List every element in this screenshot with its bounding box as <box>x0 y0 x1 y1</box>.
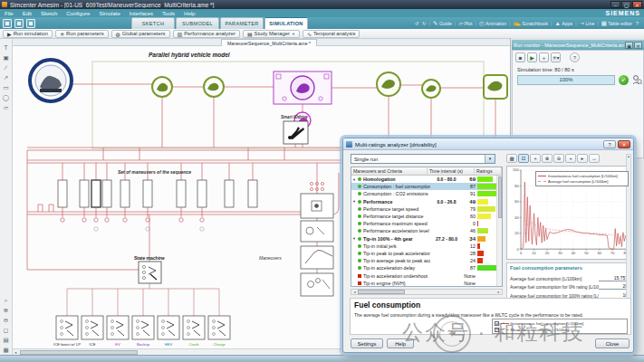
table-row[interactable]: ▼Performance0.0 - 26.849 <box>351 198 502 205</box>
scroll-left-icon[interactable]: ◂ <box>351 290 358 294</box>
table-row[interactable]: Tip-in initial jerk12 <box>351 243 502 250</box>
driver-component[interactable] <box>152 77 172 97</box>
table-row[interactable]: Tip-in average peak to peak acc.24 <box>351 257 502 264</box>
smart-drive-block[interactable] <box>284 121 308 144</box>
undock-icon[interactable]: ▣ <box>625 42 633 49</box>
run-simulation-button[interactable]: ▶Run simulation <box>3 30 53 38</box>
expander-icon[interactable]: ▼ <box>351 199 357 204</box>
document-tab[interactable]: ManeuverSequence_MultiCriteria.ame * <box>221 39 317 46</box>
performance-analyzer-button[interactable]: ▥Performance analyzer <box>173 30 240 38</box>
scroll-right-icon[interactable]: ▸ <box>495 290 502 294</box>
transmission-component[interactable] <box>377 72 400 96</box>
tool-plot[interactable]: ▱Plot <box>458 20 472 27</box>
parameter-value[interactable]: 15.757 <box>599 275 628 281</box>
global-parameters-button[interactable]: ◍Global parameters <box>111 30 170 38</box>
table-row[interactable]: Performance acceleration level46 <box>351 227 502 234</box>
supervisor-logo-component[interactable] <box>30 60 72 101</box>
expander-icon[interactable]: ▼ <box>351 177 357 182</box>
scroll-up-icon[interactable]: ▲ <box>627 155 630 158</box>
table-row[interactable]: ▼Homologation0.0 - 80.069 <box>351 176 502 183</box>
minimize-button[interactable]: – <box>610 1 620 8</box>
maximize-button[interactable]: ▢ <box>621 1 631 8</box>
settings-button[interactable]: Settings <box>351 338 383 348</box>
menu-simulate[interactable]: Simulate <box>94 11 124 16</box>
arrow-tool[interactable]: ↗ <box>1 72 11 82</box>
tool-animation[interactable]: ◴Animation <box>479 20 506 27</box>
dialog-titlebar[interactable]: Multi-ratings analyzer [drivability] ? ✕ <box>343 138 633 150</box>
close-button[interactable]: ✕ <box>632 1 642 8</box>
header-maneuvers[interactable]: Maneuvers and Criteria <box>351 167 428 175</box>
help-button[interactable]: Help <box>387 338 414 348</box>
tool-apps[interactable]: ▲Apps <box>554 20 572 26</box>
parameter-value[interactable]: 20 <box>599 283 628 290</box>
tab-simulation[interactable]: SIMULATION <box>264 17 308 29</box>
tool-table-editor[interactable]: ▦Table editor <box>601 20 632 27</box>
rectangle-tool[interactable]: ▭ <box>1 82 11 92</box>
table-row[interactable]: Tip-in acceleration undershootNone <box>351 272 502 279</box>
scroll-thumb[interactable] <box>20 350 138 355</box>
table-row[interactable]: Performance maximum speed0 <box>351 220 502 227</box>
tool-guide[interactable]: ✎Guide <box>433 20 452 27</box>
state-box[interactable]: ICE boost w/ LP <box>53 316 81 347</box>
state-box[interactable]: EV <box>107 316 129 347</box>
zoom-search-tool[interactable]: ⌕ <box>1 295 11 305</box>
tool-line[interactable]: ➝Line <box>580 20 595 27</box>
table-row[interactable]: Tip-in engine (NVH)None <box>351 280 502 287</box>
zoom-in-icon[interactable]: ⊕ <box>542 154 553 163</box>
redo-icon[interactable]: ↻ <box>422 21 426 26</box>
state-machine-root[interactable] <box>139 262 161 283</box>
grid-tool[interactable]: ▦ <box>1 345 11 355</box>
maneuver-blocks[interactable] <box>58 180 257 207</box>
checkbox-checked[interactable]: ✓ <box>495 321 499 326</box>
table-row[interactable]: Tip-in peak to peak acceleration28 <box>351 250 502 257</box>
driveline-component[interactable] <box>422 80 440 98</box>
fit-icon[interactable]: ↔ <box>589 154 600 163</box>
ratings-table-header[interactable]: Maneuvers and Criteria Time interval (s)… <box>351 167 502 176</box>
menu-file[interactable]: File <box>0 11 18 16</box>
close-panel-icon[interactable]: ✕ <box>634 42 642 49</box>
new-file-icon[interactable] <box>3 19 12 28</box>
zoom-in-tool[interactable]: ⊕ <box>1 305 11 315</box>
pan-icon[interactable]: + <box>565 154 576 163</box>
ellipse-tool[interactable]: ◯ <box>1 92 11 102</box>
temporal-analysis-button[interactable]: ∿Temporal analysis <box>303 30 360 38</box>
start-run-button[interactable]: ▶ <box>527 52 537 62</box>
copy-plot-icon[interactable]: ▦ <box>506 154 517 163</box>
run-help-button[interactable]: ? <box>570 52 580 62</box>
add-cursor-icon[interactable]: ▸ <box>577 154 588 163</box>
tool-scratchbook[interactable]: ✍Scratchbook <box>514 20 548 27</box>
dialog-help-icon[interactable]: ? <box>603 140 616 148</box>
menu-sketch[interactable]: Sketch <box>36 11 62 16</box>
study-manager-button[interactable]: ▤Study Manager▼ <box>243 30 300 38</box>
undo-icon[interactable]: ↺ <box>415 21 418 26</box>
line-tool[interactable]: ∕ <box>1 62 11 72</box>
zoom-region-tool[interactable]: ◻ <box>1 325 11 335</box>
header-time-interval[interactable]: Time interval (s) <box>428 167 475 175</box>
help-icon[interactable]: ? <box>636 21 639 26</box>
open-file-icon[interactable] <box>14 19 24 28</box>
run-parameters-button[interactable]: ✳Run parameters <box>55 30 109 38</box>
header-ratings[interactable]: Ratings <box>475 167 502 175</box>
engine-component[interactable] <box>204 77 224 97</box>
stop-run-button[interactable]: ■ <box>515 52 525 62</box>
table-row[interactable]: Consumption : fuel consumption87 <box>351 183 502 190</box>
zoom-out-icon[interactable]: ⊖ <box>553 154 564 163</box>
menu-tools[interactable]: Tools <box>158 11 179 16</box>
add-run-button[interactable]: + <box>539 52 549 62</box>
state-machine-children[interactable]: ICE boost w/ LPICEEVBackupHEVCrankCharge <box>53 316 230 347</box>
state-box[interactable]: Backup <box>132 316 154 347</box>
table-row[interactable]: ▼Tip-in 100% - 4th gear27.2 - 80.034 <box>351 235 502 243</box>
scroll-left-icon[interactable]: ◂ <box>14 350 16 355</box>
run-settings-dropdown[interactable]: ✳▾ <box>551 52 561 62</box>
menu-edit[interactable]: Edit <box>18 11 36 16</box>
close-button[interactable]: Close <box>595 338 630 348</box>
menu-interfaces[interactable]: Interfaces <box>125 11 158 16</box>
electric-motor-component[interactable] <box>274 71 332 104</box>
table-row[interactable]: Performance target distance60 <box>351 213 502 220</box>
tab-parameter[interactable]: PARAMETER <box>220 17 264 29</box>
pointer-icon[interactable]: ⌖ <box>530 154 541 163</box>
table-row[interactable]: Performance target speed79 <box>351 205 502 213</box>
tab-submodel[interactable]: SUBMODEL <box>176 17 219 29</box>
vehicle-component[interactable] <box>484 75 507 99</box>
inspect-run-icon[interactable] <box>631 74 642 85</box>
